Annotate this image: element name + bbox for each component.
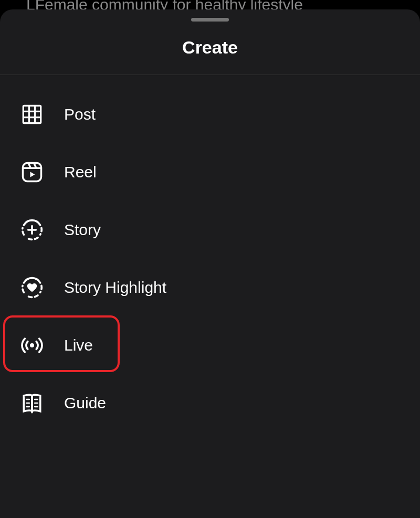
heart-dashed-icon xyxy=(20,276,44,300)
menu-item-reel[interactable]: Reel xyxy=(0,143,420,201)
menu-label: Live xyxy=(64,336,93,354)
grid-icon xyxy=(20,102,44,126)
menu-item-guide[interactable]: Guide xyxy=(0,374,420,432)
menu-item-story-highlight[interactable]: Story Highlight xyxy=(0,259,420,316)
book-icon xyxy=(20,391,44,415)
menu-item-live[interactable]: Live xyxy=(0,316,420,374)
menu-label: Post xyxy=(64,105,96,123)
menu-item-post[interactable]: Post xyxy=(0,86,420,143)
svg-point-11 xyxy=(30,343,34,347)
sheet-title: Create xyxy=(0,37,420,75)
svg-rect-0 xyxy=(23,105,40,123)
menu-label: Guide xyxy=(64,394,106,412)
menu-item-story[interactable]: Story xyxy=(0,201,420,259)
drag-handle[interactable] xyxy=(191,18,229,22)
broadcast-icon xyxy=(20,333,44,357)
create-menu: Post Reel xyxy=(0,75,420,432)
create-bottom-sheet: Create Post xyxy=(0,9,420,518)
svg-rect-5 xyxy=(23,163,41,182)
reel-icon xyxy=(20,160,44,184)
menu-label: Story Highlight xyxy=(64,279,166,297)
plus-dashed-icon xyxy=(20,218,44,242)
menu-label: Reel xyxy=(64,163,97,181)
menu-label: Story xyxy=(64,221,101,239)
